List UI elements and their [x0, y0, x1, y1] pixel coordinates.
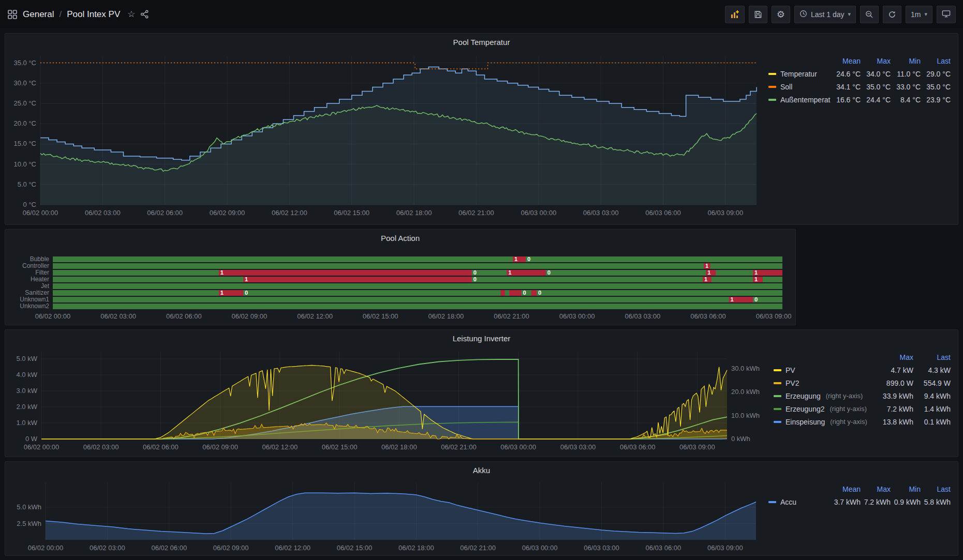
legend-value: 9.4 kWh: [913, 392, 951, 400]
svg-text:06/02 00:00: 06/02 00:00: [28, 544, 64, 552]
refresh-button[interactable]: [883, 6, 901, 23]
legend-axis-hint: (right y-axis): [830, 405, 867, 413]
add-panel-button[interactable]: [725, 6, 745, 23]
breadcrumb-dashboard[interactable]: Pool Intex PV: [67, 9, 120, 20]
panel-akku: Akku 2.5 kWh5.0 kWh06/02 00:0006/02 03:0…: [5, 461, 958, 556]
legend-column-max[interactable]: Max: [861, 57, 891, 65]
dashboard-settings-button[interactable]: ⚙: [772, 6, 790, 23]
svg-text:30.0 kWh: 30.0 kWh: [731, 365, 760, 372]
panel-leistung-inverter: Leistung Inverter 0 W1.0 kW2.0 kW3.0 kW4…: [5, 329, 958, 457]
svg-text:06/02 18:00: 06/02 18:00: [428, 312, 464, 320]
panel-title[interactable]: Pool Temperatur: [5, 34, 958, 51]
share-icon[interactable]: [140, 10, 149, 19]
svg-text:06/02 09:00: 06/02 09:00: [210, 209, 245, 217]
svg-text:15.0 °C: 15.0 °C: [13, 140, 36, 147]
legend-series-label[interactable]: Accu: [780, 498, 796, 506]
time-range-picker[interactable]: Last 1 day ▾: [794, 6, 856, 23]
panel-title[interactable]: Leistung Inverter: [5, 330, 958, 347]
legend-series-label[interactable]: Soll: [780, 83, 792, 91]
svg-text:06/03 03:00: 06/03 03:00: [583, 209, 619, 217]
legend-column-min[interactable]: Min: [891, 57, 921, 65]
leistung-inverter-chart[interactable]: 0 W1.0 kW2.0 kW3.0 kW4.0 kW5.0 kW0 kWh10…: [5, 347, 772, 457]
panel-pool-temperatur: Pool Temperatur 0 °C5.0 °C10.0 °C15.0 °C…: [5, 33, 958, 225]
svg-text:5.0 kWh: 5.0 kWh: [17, 503, 41, 511]
legend-row: PV2899.0 W554.9 W: [774, 376, 951, 389]
legend-column-mean[interactable]: Mean: [831, 57, 861, 65]
svg-text:20.0 °C: 20.0 °C: [13, 119, 36, 127]
legend-column-last[interactable]: Last: [921, 485, 951, 493]
series-color-swatch: [768, 86, 776, 88]
svg-text:06/02 03:00: 06/02 03:00: [83, 443, 119, 451]
svg-text:10.0 kWh: 10.0 kWh: [731, 412, 760, 419]
svg-text:06/03 09:00: 06/03 09:00: [756, 312, 792, 320]
legend-series-label[interactable]: Erzeugung2: [786, 405, 825, 413]
panel-title[interactable]: Pool Action: [5, 230, 795, 247]
cycle-view-mode-button[interactable]: [937, 6, 956, 23]
legend-series-label[interactable]: Temperatur: [780, 70, 817, 78]
legend-value: 0.1 kWh: [913, 418, 951, 426]
legend-value: 23.9 °C: [921, 96, 951, 104]
legend-value: 8.4 °C: [891, 96, 921, 104]
svg-text:Bubble: Bubble: [30, 255, 50, 263]
svg-text:Heater: Heater: [31, 276, 49, 283]
legend-column-max[interactable]: Max: [876, 353, 913, 361]
svg-text:06/03 06:00: 06/03 06:00: [620, 443, 656, 451]
svg-text:06/03 06:00: 06/03 06:00: [690, 312, 726, 320]
legend-series-label[interactable]: Außentemperatur: [780, 96, 831, 104]
panel-title[interactable]: Akku: [5, 462, 958, 479]
legend-column-last[interactable]: Last: [913, 353, 951, 361]
svg-text:06/02 18:00: 06/02 18:00: [396, 209, 432, 217]
legend-column-max[interactable]: Max: [861, 485, 891, 493]
save-dashboard-button[interactable]: [749, 6, 767, 23]
star-icon[interactable]: ☆: [127, 9, 135, 20]
svg-text:0: 0: [754, 296, 758, 302]
legend-series-label[interactable]: Erzeugung: [786, 392, 821, 400]
series-color-swatch: [774, 421, 781, 423]
refresh-interval-picker[interactable]: 1m ▾: [906, 6, 932, 23]
legend-column-last[interactable]: Last: [921, 57, 951, 65]
svg-text:06/02 12:00: 06/02 12:00: [275, 544, 310, 552]
legend-value: 3.7 kWh: [831, 498, 861, 506]
breadcrumb-folder[interactable]: General: [23, 9, 54, 20]
svg-text:06/03 06:00: 06/03 06:00: [645, 209, 681, 217]
svg-text:06/02 03:00: 06/02 03:00: [85, 209, 121, 217]
akku-chart[interactable]: 2.5 kWh5.0 kWh06/02 00:0006/02 03:0006/0…: [5, 479, 766, 555]
svg-text:1: 1: [508, 269, 511, 276]
legend-value: 29.0 °C: [921, 70, 951, 78]
legend-value: 16.6 °C: [831, 96, 861, 104]
pool-action-state-timeline[interactable]: Bubble10Controller1Filter101011Heater101…: [5, 247, 795, 325]
series-color-swatch: [774, 408, 781, 410]
svg-text:5.0 °C: 5.0 °C: [18, 180, 36, 188]
svg-text:06/03 00:00: 06/03 00:00: [521, 209, 556, 217]
apps-grid-icon[interactable]: [7, 9, 18, 20]
legend-series-label[interactable]: Einspeisung: [786, 418, 825, 426]
pool-temperatur-legend: MeanMaxMinLastTemperatur24.6 °C34.0 °C11…: [766, 51, 958, 224]
legend-value: 33.0 °C: [891, 83, 921, 91]
legend-series-label[interactable]: PV2: [786, 379, 799, 387]
legend-axis-hint: (right y-axis): [826, 392, 863, 400]
series-color-swatch: [774, 369, 781, 371]
legend-row: Erzeugung(right y-axis)33.9 kWh9.4 kWh: [774, 389, 951, 402]
legend-column-min[interactable]: Min: [891, 485, 921, 493]
svg-text:0: 0: [245, 290, 248, 296]
legend-row: Soll34.1 °C35.0 °C33.0 °C35.0 °C: [768, 80, 951, 93]
legend-value: 0.9 kWh: [891, 498, 921, 506]
svg-text:0: 0: [523, 290, 526, 296]
svg-text:06/02 09:00: 06/02 09:00: [213, 544, 249, 552]
legend-column-mean[interactable]: Mean: [831, 485, 861, 493]
svg-text:20.0 kWh: 20.0 kWh: [731, 388, 760, 396]
pool-temperatur-chart[interactable]: 0 °C5.0 °C10.0 °C15.0 °C20.0 °C25.0 °C30…: [5, 51, 766, 224]
chevron-down-icon: ▾: [848, 11, 851, 18]
legend-series-label[interactable]: PV: [786, 366, 795, 374]
svg-text:06/02 03:00: 06/02 03:00: [90, 544, 125, 552]
series-color-swatch: [768, 99, 776, 101]
series-color-swatch: [768, 501, 776, 503]
legend-row: Erzeugung2(right y-axis)7.2 kWh1.4 kWh: [774, 402, 951, 415]
legend-row: Einspeisung(right y-axis)13.8 kWh0.1 kWh: [774, 415, 951, 428]
svg-text:2.0 kW: 2.0 kW: [17, 403, 38, 411]
zoom-out-button[interactable]: [860, 6, 879, 23]
svg-text:06/03 06:00: 06/03 06:00: [646, 544, 681, 552]
svg-text:06/02 21:00: 06/02 21:00: [458, 209, 494, 217]
svg-text:1: 1: [731, 296, 734, 302]
svg-text:Jet: Jet: [41, 282, 50, 290]
